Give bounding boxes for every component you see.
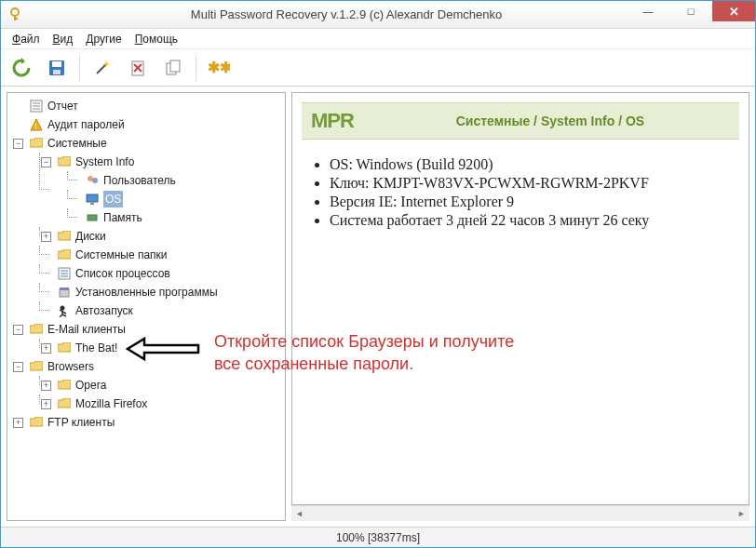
list-icon (57, 266, 72, 281)
svg-rect-20 (87, 194, 98, 202)
expand-icon[interactable]: + (41, 381, 51, 391)
info-item: Версия IE: Internet Explorer 9 (330, 194, 739, 210)
tree-label: Диски (75, 228, 106, 245)
tree-label: OS (103, 191, 123, 207)
scroll-left-icon[interactable]: ◄ (291, 506, 307, 522)
menu-other[interactable]: Другие (80, 31, 127, 47)
menu-view[interactable]: Вид (47, 31, 79, 47)
svg-point-0 (11, 8, 19, 16)
tree-item-report[interactable]: Отчет (24, 97, 283, 115)
tree-item-user[interactable]: Пользователь (80, 171, 283, 190)
package-icon (57, 285, 72, 300)
maximize-button[interactable]: □ (669, 1, 712, 21)
horizontal-scrollbar[interactable]: ◄ ► (291, 505, 749, 521)
tree-label: Mozilla Firefox (75, 395, 147, 412)
svg-point-19 (92, 178, 98, 183)
tree-item-os[interactable]: OS (80, 190, 283, 208)
info-item: Ключ: KMJPT-W83VX-PCWXM-RGWRM-2PKVF (330, 175, 739, 192)
annotation-text: Откройте список Браузеры и получите все … (214, 330, 514, 376)
delete-button[interactable] (123, 53, 153, 83)
svg-rect-28 (60, 287, 69, 290)
copy-button[interactable] (158, 53, 188, 83)
tree-item-sysfolders[interactable]: Системные папки (52, 246, 283, 264)
collapse-icon[interactable]: − (13, 139, 23, 149)
collapse-icon[interactable]: − (13, 362, 23, 372)
folder-icon (57, 396, 72, 411)
tree-label: Системные (47, 135, 107, 152)
statusbar: 100% [38377ms] (1, 527, 755, 547)
tree-label: Opera (75, 377, 106, 394)
tree-item-system[interactable]: −Системные (24, 134, 283, 153)
toolbar-sep (196, 55, 196, 81)
tree-label: System Info (75, 154, 134, 170)
svg-rect-4 (52, 61, 61, 67)
wand-button[interactable] (88, 53, 117, 83)
window-controls: — □ ✕ (627, 1, 755, 21)
expand-icon[interactable]: + (41, 343, 51, 354)
tree-item-processes[interactable]: Список процессов (52, 264, 283, 283)
content-header: MPR Системные / System Info / OS (302, 102, 739, 140)
tree-item-opera[interactable]: +Opera (52, 376, 283, 394)
save-button[interactable] (42, 53, 72, 83)
report-icon (29, 99, 44, 114)
toolbar-sep (79, 55, 80, 81)
tree-label: E-Mail клиенты (47, 321, 126, 338)
menubar: Файл Вид Другие Помощь (1, 29, 755, 49)
tree-label: Системные папки (75, 247, 168, 263)
svg-rect-11 (170, 60, 180, 72)
reveal-button[interactable]: ✱✱ (204, 53, 234, 83)
folder-icon (29, 322, 44, 337)
folder-icon (29, 136, 44, 151)
content-wrap: MPR Системные / System Info / OS OS: Win… (291, 92, 749, 521)
menu-help[interactable]: Помощь (129, 31, 183, 47)
svg-line-33 (60, 314, 62, 317)
collapse-icon[interactable]: − (41, 157, 51, 167)
svg-rect-22 (88, 215, 97, 221)
tree-item-ftp[interactable]: +FTP клиенты (24, 413, 283, 432)
annotation-line: все сохраненные пароли. (214, 353, 514, 375)
tree-item-firefox[interactable]: +Mozilla Firefox (52, 394, 283, 413)
svg-rect-27 (60, 289, 69, 297)
tree-item-audit[interactable]: !Аудит паролей (24, 115, 283, 134)
tree-item-autorun[interactable]: Автозапуск (52, 301, 283, 320)
tree-label: Память (103, 209, 142, 226)
tree-item-disks[interactable]: +Диски (52, 227, 283, 246)
scroll-right-icon[interactable]: ► (734, 506, 749, 522)
refresh-button[interactable] (7, 53, 36, 83)
tree-label: Автозапуск (75, 302, 133, 319)
close-button[interactable]: ✕ (712, 1, 755, 21)
toolbar: ✱✱ (1, 49, 755, 87)
info-item: Система работает 3 дней 22 часов 3 минут… (330, 212, 739, 229)
breadcrumb: Системные / System Info / OS (371, 114, 730, 128)
tree-label: Аудит паролей (47, 116, 125, 133)
tree-item-sysinfo[interactable]: −System Info (52, 153, 283, 171)
tree-pane[interactable]: Отчет !Аудит паролей −Системные −System … (7, 92, 286, 521)
tree-root: Отчет !Аудит паролей −Системные −System … (11, 97, 283, 432)
monitor-icon (85, 192, 100, 207)
collapse-icon[interactable]: − (13, 325, 23, 335)
svg-point-29 (61, 306, 65, 311)
tree-label: Browsers (47, 358, 94, 375)
tree-label: The Bat! (75, 340, 117, 356)
folder-icon (57, 154, 72, 169)
svg-text:✱✱: ✱✱ (208, 60, 230, 75)
info-list: OS: Windows (Build 9200) Ключ: KMJPT-W83… (330, 156, 739, 229)
tree-label: Отчет (47, 98, 78, 114)
mpr-logo: MPR (311, 109, 354, 133)
expand-icon[interactable]: + (41, 399, 51, 409)
expand-icon[interactable]: + (41, 232, 51, 242)
run-icon (57, 303, 72, 318)
folder-icon (57, 378, 72, 393)
svg-rect-2 (14, 18, 18, 20)
tree-item-installed[interactable]: Установленные программы (52, 283, 283, 301)
app-icon (8, 7, 23, 22)
minimize-button[interactable]: — (627, 1, 669, 21)
svg-line-34 (62, 314, 66, 316)
users-icon (85, 173, 100, 188)
menu-file[interactable]: Файл (7, 31, 46, 47)
annotation-line: Откройте список Браузеры и получите (214, 330, 514, 353)
expand-icon[interactable]: + (13, 418, 23, 428)
status-text: 100% [38377ms] (336, 531, 420, 544)
tree-item-memory[interactable]: Память (80, 208, 283, 227)
info-item: OS: Windows (Build 9200) (330, 156, 739, 173)
